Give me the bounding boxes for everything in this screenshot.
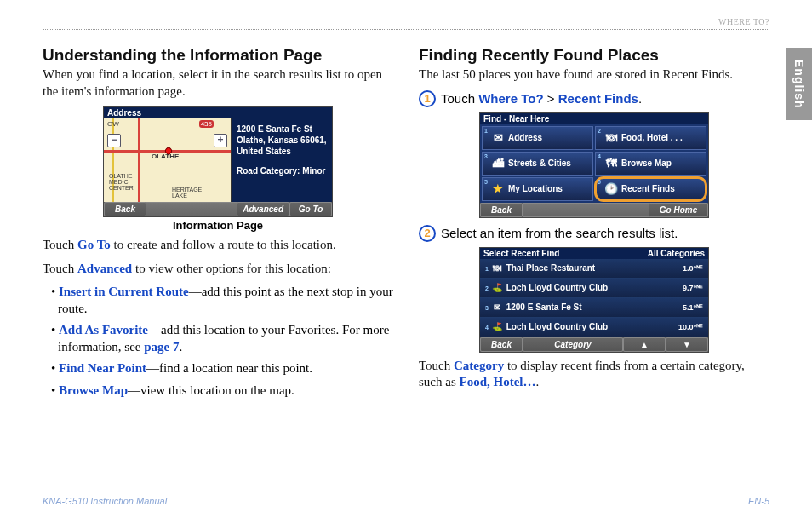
clock-icon: 🕑 xyxy=(604,182,618,196)
list-item[interactable]: 1 🍽Thai Place Restaurant1.0°ᴺᴱ xyxy=(480,259,708,279)
page-footer: KNA-G510 Instruction Manual EN-5 xyxy=(43,492,769,506)
zoom-out-button[interactable]: − xyxy=(107,134,121,147)
section-header: WHERE TO? xyxy=(718,17,769,26)
tile-my-locations[interactable]: 5★My Locations xyxy=(482,177,593,201)
map-icon: 🗺 xyxy=(604,157,618,170)
back-button[interactable]: Back xyxy=(104,202,146,216)
right-column: Finding Recently Found Places The last 5… xyxy=(419,46,769,404)
tile-browse-map[interactable]: 4🗺Browse Map xyxy=(595,152,706,176)
language-tab[interactable]: English xyxy=(786,48,812,120)
star-icon: ★ xyxy=(491,182,505,196)
footer-doc-title: KNA-G510 Instruction Manual xyxy=(43,496,167,506)
step-2: 2 Select an item from the search results… xyxy=(419,225,769,242)
list-item: Browse Map—view this location on the map… xyxy=(51,383,393,400)
map-hwy-icon: 435 xyxy=(199,120,214,128)
map-label: OLATHE MEDIC CENTER xyxy=(109,173,134,191)
top-rule xyxy=(43,29,769,30)
list-filter: All Categories xyxy=(648,249,705,258)
back-button[interactable]: Back xyxy=(480,337,523,352)
tile-streets[interactable]: 3🏙Streets & Cities xyxy=(482,152,593,176)
step-number-icon: 2 xyxy=(419,225,436,242)
envelope-icon: ✉ xyxy=(491,302,503,312)
map-label: OW xyxy=(107,120,119,128)
shot-title: Find - Near Here xyxy=(480,113,708,124)
tile-recent-finds[interactable]: 6🕑Recent Finds xyxy=(595,177,706,201)
back-button[interactable]: Back xyxy=(480,203,523,217)
envelope-icon: ✉ xyxy=(491,131,505,145)
heading-recent: Finding Recently Found Places xyxy=(419,46,769,65)
tile-address[interactable]: 1✉Address xyxy=(482,126,593,150)
category-button[interactable]: Category xyxy=(523,337,623,352)
options-list: Insert in Current Route—add this point a… xyxy=(43,284,393,399)
list-item: Add As Favorite—add this location to you… xyxy=(51,322,393,355)
heading-info-page: Understanding the Information Page xyxy=(43,46,393,65)
zoom-in-button[interactable]: + xyxy=(214,134,227,147)
food-icon: 🍽 xyxy=(491,263,503,273)
shot-title: Address xyxy=(104,107,332,118)
list-item[interactable]: 3 ✉1200 E Santa Fe St5.1°ᴺᴱ xyxy=(480,298,708,318)
tile-food-hotel[interactable]: 2🍽Food, Hotel . . . xyxy=(595,126,706,150)
goto-button[interactable]: Go To xyxy=(289,202,332,216)
p-advanced: Touch Advanced to view other options for… xyxy=(43,261,393,278)
advanced-button[interactable]: Advanced xyxy=(237,202,289,216)
city-icon: 🏙 xyxy=(491,157,505,170)
list-title: Select Recent Find xyxy=(483,249,559,258)
golf-icon: ⛳ xyxy=(491,322,503,331)
advanced-link: Advanced xyxy=(77,262,132,275)
golf-icon: ⛳ xyxy=(491,283,503,292)
scroll-up-button[interactable]: ▲ xyxy=(623,337,666,352)
list-item[interactable]: 2 ⛳Loch Lloyd Country Club9.7°ᴺᴱ xyxy=(480,279,708,298)
go-home-button[interactable]: Go Home xyxy=(649,203,708,217)
figure-caption: Information Page xyxy=(173,219,263,232)
list-item: Insert in Current Route—add this point a… xyxy=(51,284,393,317)
p-goto: Touch Go To to create and follow a route… xyxy=(43,237,393,254)
footer-page-number: EN-5 xyxy=(748,496,769,506)
left-column: Understanding the Information Page When … xyxy=(43,46,393,404)
step-1: 1 Touch Where To? > Recent Finds. xyxy=(419,90,769,107)
p-category: Touch Category to display recent finds f… xyxy=(419,358,769,391)
list-item[interactable]: 4 ⛳Loch Lloyd Country Club10.0°ᴺᴱ xyxy=(480,318,708,337)
list-item: Find Near Point—find a location near thi… xyxy=(51,360,393,377)
intro-info-page: When you find a location, select it in t… xyxy=(43,66,393,100)
intro-recent: The last 50 places you have found are st… xyxy=(419,66,769,83)
page-ref-link[interactable]: page 7 xyxy=(144,340,179,354)
step-number-icon: 1 xyxy=(419,90,436,107)
map-label: OLATHE xyxy=(152,153,179,160)
screenshot-find-menu: Find - Near Here 1✉Address 2🍽Food, Hotel… xyxy=(479,112,709,218)
screenshot-info-page: Address − + OW 435 OLATHE OLATHE MEDIC C… xyxy=(103,106,333,217)
map-label: HERITAGE LAKE xyxy=(172,187,202,199)
info-address-block: 1200 E Santa Fe St Olathe, Kansas 66061,… xyxy=(232,118,332,202)
map-preview: − + OW 435 OLATHE OLATHE MEDIC CENTER HE… xyxy=(104,118,232,202)
scroll-down-button[interactable]: ▼ xyxy=(666,337,708,352)
food-icon: 🍽 xyxy=(604,131,618,145)
goto-link: Go To xyxy=(77,238,111,251)
screenshot-recent-list: Select Recent Find All Categories 1 🍽Tha… xyxy=(479,247,709,353)
